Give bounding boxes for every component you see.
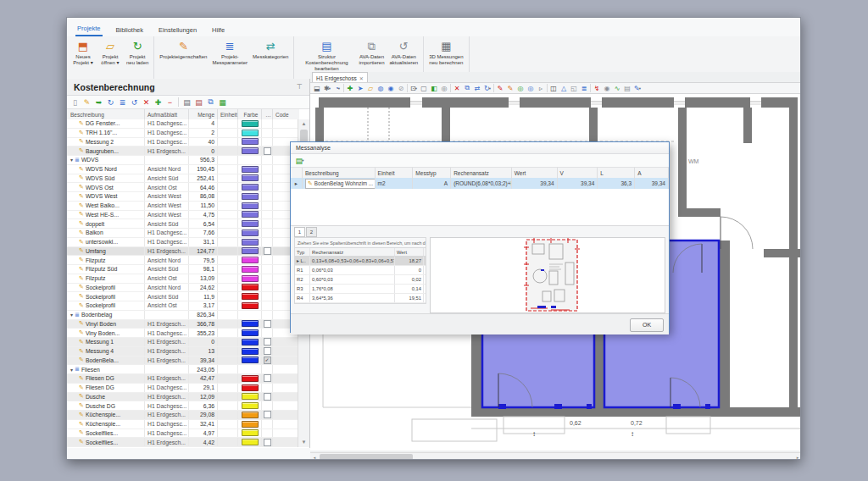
close-icon[interactable]: ✕ (359, 75, 364, 81)
table-row[interactable]: ✎Messung 1H1 Erdgesch...0 (67, 338, 299, 347)
dialog-title-bar[interactable]: Messanalyse (291, 142, 669, 154)
scroll-left-icon[interactable]: ◂ (310, 453, 319, 460)
column-header-einheit[interactable]: Einheit (376, 168, 414, 178)
measure-red-icon[interactable]: ✎ (495, 83, 505, 93)
dialog-grid-row[interactable]: ▸✎BodenBelag Wohnzim ...m2A(ROUND(6,08*0… (291, 178, 669, 190)
formula-row[interactable]: R31,76*0,080,14 (295, 285, 426, 294)
delete-icon[interactable]: ✕ (141, 97, 152, 108)
row-checkbox[interactable] (264, 374, 271, 382)
description-combo[interactable]: ✎BodenBelag Wohnzim ... (305, 179, 376, 189)
column-header-wert[interactable]: Wert (395, 248, 424, 256)
user-icon[interactable]: ◉ (386, 83, 396, 93)
dialog-tab-1[interactable]: 1 (294, 227, 305, 237)
menu-einstellungen[interactable]: Einstellungen (157, 24, 198, 36)
table-row[interactable]: ✎Fliesen DGH1 Erdgesch...42,47 (67, 374, 299, 384)
column-header-messtyp[interactable]: Messtyp (413, 168, 451, 178)
new-document-icon[interactable]: ▯ (70, 97, 81, 108)
flash-icon[interactable]: ↯ (592, 83, 602, 93)
edit-pencil-icon[interactable]: ✎ (81, 97, 92, 108)
table-row[interactable]: ✎Baugruben...H1 Erdgesch...0 (67, 147, 299, 156)
row-checkbox[interactable]: ✓ (264, 357, 271, 364)
column-header-beschreibung[interactable]: Beschreibung (67, 109, 145, 119)
formula-row[interactable]: R43,64*5,3619,51 (295, 294, 426, 303)
table-row[interactable]: ✎WDVS OstAnsicht Ost64,46 (67, 183, 299, 192)
export-icon[interactable]: ▤▾ (294, 155, 305, 166)
column-header-code[interactable]: Code (273, 109, 299, 119)
table-row[interactable]: ✎SockelprofilAnsicht Süd11,9 (67, 292, 299, 301)
bw-view-icon[interactable]: ◫ (548, 83, 559, 93)
table-row[interactable]: ✎Sockelflies...H1 Erdgesch...4,42 (67, 438, 299, 447)
table-row[interactable]: ✎BalkonH1 Dachgesc...7,66 (67, 229, 299, 238)
zoom-blue-icon[interactable]: ◎ (526, 83, 536, 93)
column-header-rechenansatz[interactable]: Rechenansatz (310, 248, 395, 256)
formula-row[interactable]: R20,60*0,030,02 (295, 275, 426, 285)
canvas-horizontal-scrollbar[interactable]: ◂ ▸ (310, 452, 801, 460)
group-row[interactable]: ▾≣Fliesen243,05 (67, 365, 299, 374)
refresh-icon[interactable]: ↻ (105, 97, 116, 108)
table-row[interactable]: ✎TRH 1.16"...H1 Dachgesc...2 (67, 129, 299, 138)
row-checkbox[interactable] (264, 147, 271, 155)
table-row[interactable]: ✎Messung 4H1 Erdgesch...13 (67, 347, 299, 357)
add-icon[interactable]: ✚ (345, 83, 355, 93)
magnifier-icon[interactable]: ◎ (439, 83, 449, 93)
print-cancel-icon[interactable]: ▤ (193, 97, 204, 108)
column-header-einheit[interactable]: Einheit (218, 109, 238, 119)
column-header-rechenansatz[interactable]: Rechenansatz (451, 168, 512, 178)
table-row[interactable]: ✎WDVS WestAnsicht West86,08 (67, 192, 299, 202)
table-row[interactable]: ✎Sockelflies...H1 Dachgesc...4,97 (67, 429, 299, 439)
table-row[interactable]: ✎doppeltAnsicht Süd6,54 (67, 219, 299, 229)
column-header-aufmaßblatt[interactable]: Aufmaßblatt (145, 109, 189, 119)
chart-icon[interactable]: ∿ (612, 83, 622, 93)
page-icon[interactable]: ▹ (536, 83, 546, 93)
delete-icon[interactable]: ✕ (452, 83, 462, 93)
sync-icon[interactable]: ↺ (129, 97, 140, 108)
column-header-wert[interactable]: Wert (512, 168, 558, 178)
eye-icon[interactable]: ◉ (602, 83, 612, 93)
column-header-farbe[interactable]: Farbe (238, 109, 262, 119)
table-row[interactable]: ✎DG Fenster...H1 Dachgesc...4 (67, 119, 299, 129)
table-row[interactable]: ✎Küchenspie...H1 Dachgesc...32,41 (67, 420, 299, 429)
row-checkbox[interactable] (264, 439, 271, 446)
print-icon[interactable]: ▤ (181, 97, 192, 108)
formula-row[interactable]: ▸ L..0,13+6,08+0,53+0,06+0,83+0,06+0,57 … (295, 257, 426, 266)
table-row[interactable]: ✎Viny Boden...H1 Dachgesc...355,23 (67, 329, 299, 338)
scroll-up-icon[interactable]: ▲ (298, 119, 309, 129)
formula-grid-header[interactable]: TypRechenansatzWert (294, 248, 426, 257)
neues-projekt-button[interactable]: ⬒Neues Projekt ▾ (70, 38, 96, 67)
list-icon[interactable]: ≣ (579, 83, 589, 93)
row-checkbox[interactable] (264, 247, 271, 255)
struktur-kostenberechnung-bearbeiten-button[interactable]: ▤Struktur Kostenberechnung bearbeiten (298, 38, 355, 73)
copy-icon[interactable]: ⧉ (205, 97, 216, 108)
globe-icon[interactable]: ◍ (376, 83, 386, 93)
expand-caret-icon[interactable]: ▾ (70, 367, 73, 373)
table-row[interactable]: ✎West Balko...Ansicht West11,50 (67, 202, 299, 211)
formula-row[interactable]: R10,06*0,030 (295, 266, 426, 275)
group-row[interactable]: ▾≣Bodenbelag826,34 (67, 311, 299, 320)
duplicate-icon[interactable]: ⧉ (462, 83, 472, 93)
group-row[interactable]: ▾≣WDVS956,3 (67, 156, 299, 165)
menu-projekte[interactable]: Projekte (75, 22, 103, 36)
refresh-icon[interactable]: ↻▾ (482, 83, 492, 93)
scroll-down-icon[interactable]: ▼ (298, 438, 309, 447)
row-checkbox[interactable] (264, 338, 271, 346)
export-icon[interactable]: ➥ (93, 97, 104, 108)
projekt-messparameter-button[interactable]: ≣Projekt- Messparameter (210, 38, 249, 67)
projekt-oeffnen-button[interactable]: ▱Projekt öffnen ▾ (97, 38, 123, 67)
row-checkbox[interactable] (264, 347, 271, 355)
expand-caret-icon[interactable]: ▾ (70, 312, 73, 318)
monitor-icon[interactable]: ⊡▾ (409, 83, 419, 93)
column-header-typ[interactable]: Typ (295, 248, 310, 256)
table-row[interactable]: ✎Flizputz SüdAnsicht Süd98,1 (67, 265, 299, 274)
scrollbar-thumb[interactable] (320, 454, 413, 460)
settings-icon[interactable]: ✱▾ (322, 83, 332, 93)
table-row[interactable]: ✎FlizputzAnsicht Nord79,5 (67, 256, 299, 265)
menu-bibliothek[interactable]: Bibliothek (114, 24, 146, 36)
measure-orange-icon[interactable]: ✎ (505, 83, 515, 93)
row-checkbox[interactable] (264, 393, 271, 401)
expand-caret-icon[interactable]: ▾ (70, 157, 73, 163)
pin-icon[interactable]: ⊤ (297, 83, 303, 91)
add-icon[interactable]: ✚ (153, 97, 164, 108)
select-cursor-icon[interactable]: ➤ (355, 83, 365, 93)
column-header-l[interactable]: L (598, 168, 635, 178)
column-header--[interactable]: … (262, 109, 273, 119)
